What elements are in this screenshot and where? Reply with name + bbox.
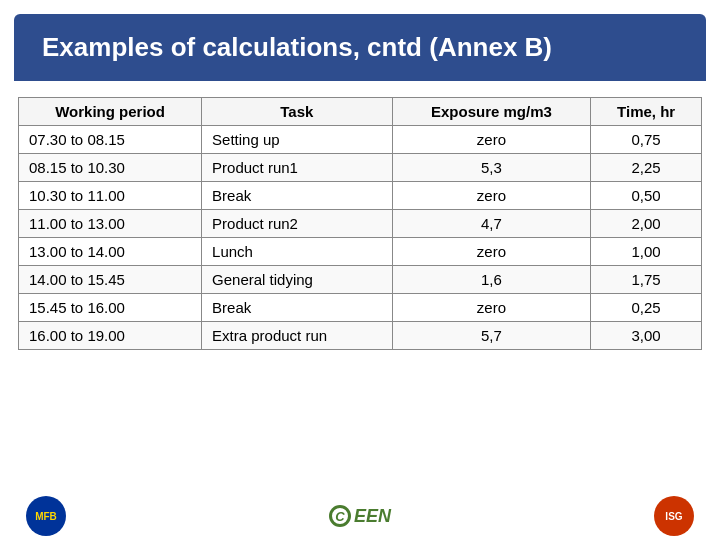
cell-task-2: Break (202, 182, 393, 210)
table-header-row: Working period Task Exposure mg/m3 Time,… (19, 98, 702, 126)
cell-time-3: 2,00 (591, 210, 702, 238)
cell-task-7: Extra product run (202, 322, 393, 350)
cell-time-6: 0,25 (591, 294, 702, 322)
isg-logo-area: ISG (648, 498, 700, 534)
table-row: 13.00 to 14.00Lunchzero1,00 (19, 238, 702, 266)
cell-exposure-7: 5,7 (392, 322, 591, 350)
cell-working_period-0: 07.30 to 08.15 (19, 126, 202, 154)
cell-task-1: Product run1 (202, 154, 393, 182)
eu-logo-area: MFB (20, 498, 72, 534)
eu-logo-text: MFB (35, 511, 57, 522)
table-row: 14.00 to 15.45General tidying1,61,75 (19, 266, 702, 294)
cell-working_period-7: 16.00 to 19.00 (19, 322, 202, 350)
cell-exposure-2: zero (392, 182, 591, 210)
cell-working_period-3: 11.00 to 13.00 (19, 210, 202, 238)
table-row: 15.45 to 16.00Breakzero0,25 (19, 294, 702, 322)
cell-time-5: 1,75 (591, 266, 702, 294)
table-row: 11.00 to 13.00Product run24,72,00 (19, 210, 702, 238)
isg-logo-text: ISG (665, 511, 682, 522)
isg-logo: ISG (654, 496, 694, 536)
cell-task-5: General tidying (202, 266, 393, 294)
cell-task-4: Lunch (202, 238, 393, 266)
cell-working_period-6: 15.45 to 16.00 (19, 294, 202, 322)
cell-task-0: Setting up (202, 126, 393, 154)
cell-working_period-2: 10.30 to 11.00 (19, 182, 202, 210)
cell-exposure-5: 1,6 (392, 266, 591, 294)
cell-working_period-1: 08.15 to 10.30 (19, 154, 202, 182)
slide-title: Examples of calculations, cntd (Annex B) (42, 32, 552, 62)
cell-time-7: 3,00 (591, 322, 702, 350)
cell-time-1: 2,25 (591, 154, 702, 182)
slide-content: Working period Task Exposure mg/m3 Time,… (0, 81, 720, 494)
cell-exposure-4: zero (392, 238, 591, 266)
cell-working_period-4: 13.00 to 14.00 (19, 238, 202, 266)
eu-logo: MFB (26, 496, 66, 536)
table-row: 07.30 to 08.15Setting upzero0,75 (19, 126, 702, 154)
table-row: 10.30 to 11.00Breakzero0,50 (19, 182, 702, 210)
col-header-task: Task (202, 98, 393, 126)
cell-task-3: Product run2 (202, 210, 393, 238)
slide: Examples of calculations, cntd (Annex B)… (0, 0, 720, 540)
cell-task-6: Break (202, 294, 393, 322)
table-row: 08.15 to 10.30Product run15,32,25 (19, 154, 702, 182)
col-header-time: Time, hr (591, 98, 702, 126)
slide-footer: MFB C EEN ISG (0, 494, 720, 540)
geen-logo-text: EEN (354, 506, 391, 527)
cell-time-2: 0,50 (591, 182, 702, 210)
col-header-exposure: Exposure mg/m3 (392, 98, 591, 126)
cell-working_period-5: 14.00 to 15.45 (19, 266, 202, 294)
cell-exposure-3: 4,7 (392, 210, 591, 238)
geen-logo: C EEN (329, 505, 391, 527)
cell-time-4: 1,00 (591, 238, 702, 266)
cell-exposure-6: zero (392, 294, 591, 322)
geen-c-icon: C (329, 505, 351, 527)
cell-time-0: 0,75 (591, 126, 702, 154)
cell-exposure-0: zero (392, 126, 591, 154)
table-row: 16.00 to 19.00Extra product run5,73,00 (19, 322, 702, 350)
cell-exposure-1: 5,3 (392, 154, 591, 182)
slide-header: Examples of calculations, cntd (Annex B) (14, 14, 706, 81)
data-table: Working period Task Exposure mg/m3 Time,… (18, 97, 702, 350)
col-header-working-period: Working period (19, 98, 202, 126)
